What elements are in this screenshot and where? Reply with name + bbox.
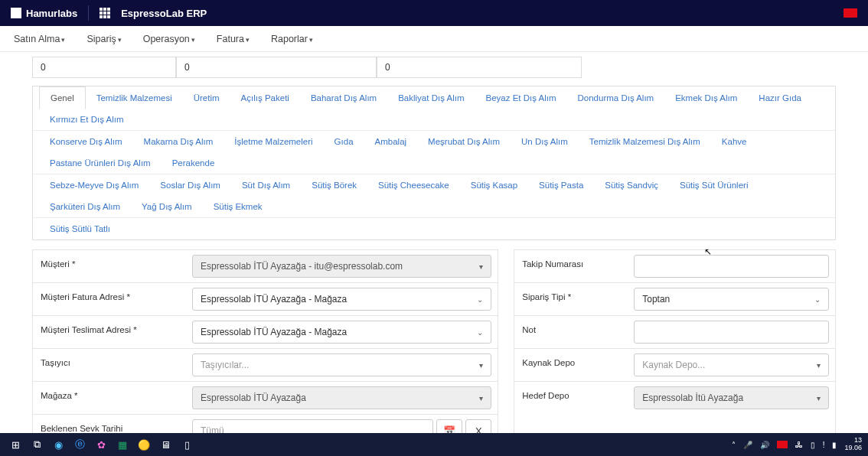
tab-item[interactable]: Baharat Dış Alım: [300, 87, 387, 109]
tab-item[interactable]: Bakliyat Dış Alım: [387, 87, 475, 109]
input-takip-no[interactable]: [634, 255, 829, 278]
tab-item[interactable]: Kahve: [711, 131, 758, 152]
tray-icon[interactable]: ▮: [832, 441, 837, 449]
tab-item[interactable]: Un Dış Alım: [511, 131, 579, 152]
tab-item[interactable]: Sütiş Ekmek: [203, 196, 273, 217]
menu-siparis[interactable]: Sipariş▾: [86, 34, 121, 44]
chevron-down-icon: ▾: [479, 262, 483, 271]
select-siparis-tipi[interactable]: Toptan⌄: [634, 288, 829, 311]
tab-genel[interactable]: Genel: [39, 86, 86, 109]
num-box-3[interactable]: 0: [377, 57, 582, 78]
menu-fatura[interactable]: Fatura▾: [217, 34, 250, 44]
tab-item[interactable]: İşletme Malzemeleri: [224, 131, 323, 152]
apps-grid-icon: [100, 8, 110, 18]
tab-item[interactable]: Üretim: [183, 87, 230, 109]
select-fatura-adresi[interactable]: Espressolab İTÜ Ayazağa - Mağaza⌄: [192, 288, 491, 311]
app-icon[interactable]: ✿: [90, 435, 112, 454]
label-kaynak-depo: Kaynak Depo: [514, 349, 628, 381]
chrome-icon[interactable]: 🟡: [133, 435, 155, 454]
tab-item[interactable]: Şarküteri Dış Alım: [39, 196, 131, 217]
chevron-down-icon: ⌄: [477, 295, 483, 304]
tray-icon[interactable]: !: [823, 441, 825, 449]
menu-operasyon[interactable]: Operasyon▾: [143, 34, 195, 44]
menu-raporlar[interactable]: Raporlar▾: [271, 34, 313, 44]
tab-item[interactable]: Süt Dış Alım: [231, 174, 301, 196]
label-siparis-tipi: Sipariş Tipi *: [514, 283, 628, 315]
tray-up-icon[interactable]: ˄: [732, 441, 736, 449]
notepad-icon[interactable]: ▯: [176, 435, 197, 454]
brand-espressolab[interactable]: EspressoLab ERP: [100, 8, 207, 19]
tab-item[interactable]: Gıda: [324, 131, 364, 152]
tab-item[interactable]: Yağ Dış Alım: [131, 196, 203, 217]
tab-item[interactable]: Sütiş Kasap: [460, 174, 528, 196]
flag-turkey-icon[interactable]: [844, 8, 857, 18]
battery-icon[interactable]: ▯: [811, 441, 815, 449]
mic-icon[interactable]: 🎤: [743, 441, 752, 449]
form-right: Takip Numarası Sipariş Tipi * Toptan⌄ No…: [514, 249, 836, 448]
number-boxes: 0 0 0: [32, 57, 836, 78]
label-not: Not: [514, 316, 628, 348]
tab-item[interactable]: Sütiş Börek: [301, 174, 367, 196]
tab-item[interactable]: Meşrubat Dış Alım: [417, 131, 511, 152]
tab-item[interactable]: Sebze-Meyve Dış Alım: [39, 174, 149, 196]
tab-item[interactable]: Dondurma Dış Alım: [567, 87, 665, 109]
network-icon[interactable]: 🖧: [795, 441, 803, 449]
separator: [88, 5, 89, 21]
label-fatura-adresi: Müşteri Fatura Adresi *: [33, 283, 186, 315]
tab-item[interactable]: Temizlik Malzemesi: [86, 87, 183, 109]
tab-item[interactable]: Perakende: [162, 152, 226, 174]
brand1-text: Hamurlabs: [26, 8, 77, 19]
tab-item[interactable]: Konserve Dış Alım: [39, 131, 133, 152]
volume-icon[interactable]: 🔊: [760, 441, 769, 449]
tab-item[interactable]: Hazır Gıda: [748, 87, 812, 109]
brand2-text: EspressoLab ERP: [121, 8, 207, 19]
label-teslimat-adresi: Müşteri Teslimat Adresi *: [33, 316, 186, 348]
topbar: Hamurlabs EspressoLab ERP: [0, 0, 868, 26]
tab-item[interactable]: Sütiş Süt Ürünleri: [669, 174, 759, 196]
num-box-2[interactable]: 0: [176, 57, 377, 78]
tab-item[interactable]: Beyaz Et Dış Alım: [475, 87, 566, 109]
select-teslimat-adresi[interactable]: Espressolab İTÜ Ayazağa - Mağaza⌄: [192, 321, 491, 344]
form-left: Müşteri * Espressolab İTÜ Ayazağa - itu@…: [32, 249, 498, 448]
tab-item[interactable]: Sütiş Sütlü Tatlı: [39, 218, 121, 239]
tray-flag-icon[interactable]: [777, 441, 788, 448]
select-musteri[interactable]: Espressolab İTÜ Ayazağa - itu@espressola…: [192, 255, 491, 278]
tab-item[interactable]: Sütiş Cheesecake: [367, 174, 460, 196]
windows-taskbar: ⊞ ⧉ ◉ ⓔ ✿ ▦ 🟡 🖥 ▯ ˄ 🎤 🔊 🖧 ▯ ! ▮ 13 19.06: [0, 433, 868, 456]
tab-item[interactable]: Sütiş Pasta: [528, 174, 594, 196]
chevron-down-icon: ▾: [817, 394, 821, 402]
label-tasiyici: Taşıyıcı: [33, 349, 186, 381]
tab-item[interactable]: Temizlik Malzemesi Dış Alım: [579, 131, 711, 152]
start-button[interactable]: ⊞: [5, 435, 26, 454]
edge-icon[interactable]: ◉: [47, 435, 69, 454]
app2-icon[interactable]: 🖥: [155, 435, 176, 454]
label-magaza: Mağaza *: [33, 382, 186, 414]
tab-item[interactable]: Makarna Dış Alım: [133, 131, 224, 152]
task-view-icon[interactable]: ⧉: [26, 435, 47, 454]
tab-item[interactable]: Pastane Ürünleri Dış Alım: [39, 152, 162, 174]
chevron-down-icon: ▾: [479, 361, 483, 370]
tab-item[interactable]: Kırmızı Et Dış Alım: [39, 109, 134, 130]
label-musteri: Müşteri *: [33, 250, 186, 282]
logo-icon: [11, 8, 21, 18]
category-tabs: Genel Temizlik Malzemesi Üretim Açılış P…: [32, 86, 836, 240]
tab-item[interactable]: Ekmek Dış Alım: [664, 87, 748, 109]
system-tray[interactable]: ˄ 🎤 🔊 🖧 ▯ ! ▮ 13 19.06: [732, 437, 863, 452]
excel-icon[interactable]: ▦: [112, 435, 133, 454]
tab-item[interactable]: Sütiş Sandviç: [594, 174, 669, 196]
select-magaza[interactable]: Espressolab İTÜ Ayazağa▾: [192, 386, 491, 409]
tab-item[interactable]: Soslar Dış Alım: [149, 174, 231, 196]
chevron-down-icon: ▾: [817, 361, 821, 370]
menu-satin-alma[interactable]: Satın Alma▾: [14, 34, 65, 44]
label-takip-no: Takip Numarası: [514, 250, 628, 282]
brand-hamurlabs[interactable]: Hamurlabs: [11, 8, 77, 19]
tab-item[interactable]: Ambalaj: [364, 131, 418, 152]
select-tasiyici[interactable]: Taşıyıcılar...▾: [192, 353, 491, 376]
clock[interactable]: 13 19.06: [844, 437, 862, 452]
tab-item[interactable]: Açılış Paketi: [230, 87, 300, 109]
ie-icon[interactable]: ⓔ: [69, 435, 90, 454]
select-kaynak-depo[interactable]: Kaynak Depo...▾: [634, 353, 829, 376]
num-box-1[interactable]: 0: [32, 57, 176, 78]
input-not[interactable]: [634, 321, 829, 344]
select-hedef-depo[interactable]: Espressolab İtü Ayazağa▾: [634, 386, 829, 409]
